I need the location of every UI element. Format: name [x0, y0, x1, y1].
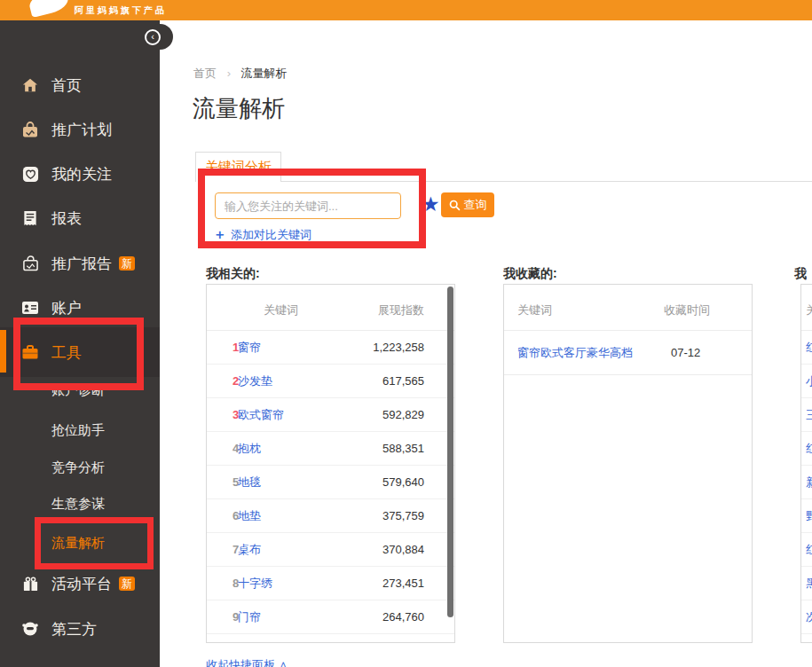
keyword-link[interactable]: 窗帘 [238, 340, 357, 356]
impression-index: 579,640 [357, 475, 454, 489]
query-button[interactable]: 查询 [441, 192, 494, 217]
sidebar-item-follow[interactable]: 我的关注 [0, 161, 160, 186]
sidebar-item-home[interactable]: 首页 [0, 73, 160, 98]
sidebar-subitem-label: 生意参谋 [51, 496, 105, 513]
table-row: 窗帘欧式客厅豪华高档 07-12 [504, 331, 752, 375]
keyword-link[interactable]: 黑 [806, 576, 812, 592]
keyword-link[interactable]: 红 [806, 441, 812, 457]
sidebar-item-account[interactable]: 账户 [0, 295, 160, 320]
brand-caption: 阿里妈妈旗下产品 [75, 4, 167, 17]
impression-index: 592,829 [357, 408, 454, 421]
impression-index: 370,884 [357, 543, 454, 556]
tab-divider [195, 181, 812, 182]
sidebar-subitem-label: 抢位助手 [51, 422, 105, 439]
col-keyword: 关 [806, 302, 812, 318]
keyword-link[interactable]: 抱枕 [238, 441, 357, 457]
keyword-link[interactable]: 小 [806, 373, 812, 389]
keyword-link[interactable]: 野 [806, 508, 812, 524]
home-icon [21, 76, 39, 94]
impression-index: 264,760 [357, 610, 454, 624]
table-row: 黑 [801, 567, 812, 600]
keyword-link[interactable]: 门帘 [238, 609, 357, 625]
add-compare-keyword-link[interactable]: ＋ 添加对比关键词 [213, 226, 311, 243]
sidebar-item-label: 活动平台 [51, 574, 112, 594]
heart-icon [21, 165, 39, 183]
breadcrumb-chevron-icon: › [227, 67, 231, 80]
sidebar-item-report[interactable]: 报表 [0, 206, 160, 231]
tab-keyword-analysis[interactable]: 关键词分析 [195, 152, 281, 182]
keyword-link[interactable]: 三 [806, 407, 812, 423]
row-rank: 6 [207, 509, 237, 522]
table-row: 4 抱枕 588,351 [207, 432, 454, 466]
impression-index: 273,451 [357, 577, 454, 590]
sidebar-item-activity[interactable]: 活动平台 新 [0, 571, 160, 596]
alimama-logo-icon [28, 0, 70, 18]
keyword-link[interactable]: 沙发垫 [238, 373, 357, 389]
sidebar-item-third-party[interactable]: 第三方 [0, 616, 160, 641]
keyword-link[interactable]: 地毯 [238, 475, 357, 490]
impression-index: 588,351 [357, 442, 454, 455]
table-row: 新 [801, 466, 812, 499]
promo-report-bag-icon [21, 255, 39, 272]
sidebar-item-label: 我的关注 [51, 164, 112, 184]
row-rank: 9 [207, 610, 237, 624]
row-rank: 4 [207, 442, 237, 455]
id-card-icon [21, 299, 39, 317]
row-rank: 1 [207, 341, 237, 354]
related-panel-title: 我相关的: [206, 266, 260, 282]
col-keyword: 关键词 [264, 302, 298, 318]
sidebar-item-promo-report[interactable]: 推广报告 新 [0, 251, 160, 276]
row-rank: 5 [207, 475, 237, 489]
keyword-link[interactable]: 窗帘欧式客厅豪华高档 [517, 345, 633, 361]
sidebar-subitem-seat-assist[interactable]: 抢位助手 [0, 420, 160, 441]
sidebar-subitem-label: 流量解析 [51, 535, 105, 552]
search-icon [449, 200, 461, 211]
keyword-link[interactable]: 欧式窗帘 [238, 407, 357, 423]
new-badge: 新 [119, 577, 135, 591]
keyword-link[interactable]: 地垫 [238, 508, 357, 524]
table-row: 2 沙发垫 617,565 [207, 365, 454, 398]
gift-icon [21, 575, 39, 592]
top-brand-bar: 阿里妈妈旗下产品 [0, 0, 812, 20]
sidebar: 首页 推广计划 我的关注 报表 推广报告 新 账户 工具 [0, 20, 160, 667]
col-keyword: 关键词 [517, 302, 552, 318]
table-scrollbar[interactable] [447, 286, 453, 617]
impression-index: 617,565 [357, 374, 454, 388]
table-row: 次 [801, 600, 812, 634]
keyword-link[interactable]: 红 [806, 340, 812, 356]
keyword-link[interactable]: 桌布 [238, 542, 357, 558]
impression-index: 375,759 [357, 509, 454, 522]
keyword-link[interactable]: 次 [806, 609, 812, 625]
keyword-link[interactable]: 新 [806, 475, 812, 490]
sidebar-item-label: 第三方 [51, 619, 97, 640]
sidebar-subitem-competition[interactable]: 竞争分析 [0, 457, 160, 478]
sidebar-collapse-button[interactable]: ‹ [145, 29, 161, 45]
robot-icon [21, 620, 39, 638]
keyword-search-input[interactable] [215, 192, 401, 219]
sidebar-subitem-traffic-analysis[interactable]: 流量解析 [0, 532, 160, 553]
clipped-panel: 关 红 小 三 红 新 野 红 黑 次 [800, 284, 812, 643]
collapse-quick-panel-link[interactable]: 收起快捷面板 ∧ [206, 657, 288, 667]
keyword-link[interactable]: 红 [806, 542, 812, 558]
sidebar-item-campaign[interactable]: 推广计划 [0, 117, 160, 142]
table-row: 5 地毯 579,640 [207, 466, 454, 499]
table-row: 野 [801, 499, 812, 533]
sidebar-item-label: 报表 [51, 208, 82, 229]
table-row: 三 [801, 398, 812, 432]
add-compare-keyword-label: 添加对比关键词 [231, 227, 311, 243]
clipped-table-header: 关 [801, 285, 812, 331]
table-row: 8 十字绣 273,451 [207, 567, 454, 600]
sidebar-item-tools[interactable]: 工具 [0, 340, 160, 365]
sidebar-subitem-label: 账户诊断 [51, 382, 105, 399]
row-rank: 7 [207, 543, 237, 556]
keyword-link[interactable]: 十字绣 [238, 576, 357, 592]
breadcrumb-home[interactable]: 首页 [193, 67, 217, 80]
campaign-bag-icon [21, 121, 39, 138]
sidebar-subitem-business-advisor[interactable]: 生意参谋 [0, 493, 160, 514]
collapse-quick-panel-label: 收起快捷面板 [206, 658, 275, 667]
sidebar-subitem-label: 竞争分析 [51, 459, 105, 476]
sidebar-subitem-account-diagnosis[interactable]: 账户诊断 [0, 380, 160, 401]
favorite-star-icon[interactable]: ★ [422, 192, 440, 216]
sidebar-item-label: 推广计划 [51, 120, 112, 140]
sidebar-item-label: 账户 [51, 298, 82, 318]
